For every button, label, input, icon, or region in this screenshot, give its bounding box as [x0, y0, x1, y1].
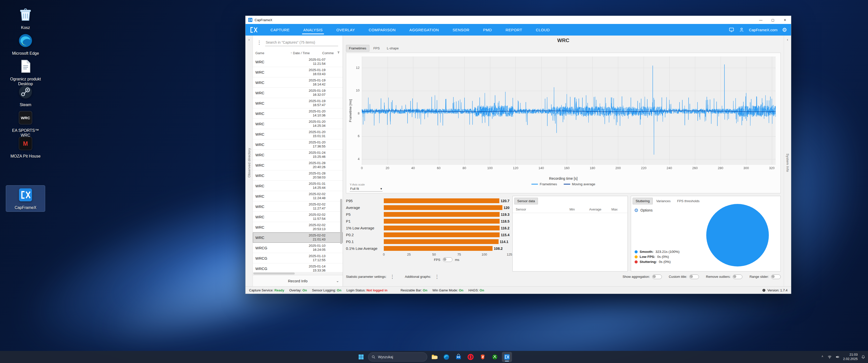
- wifi-icon[interactable]: [827, 355, 832, 359]
- desktop-icon-edge[interactable]: Microsoft Edge: [6, 31, 45, 57]
- capture-list-item[interactable]: WRC2025-01-2820:58:03: [253, 170, 343, 181]
- capture-list-item[interactable]: WRCG2025-01-1317:12:55: [253, 253, 343, 263]
- tab-sensor-data[interactable]: Sensor data: [514, 198, 538, 204]
- toggle-switch[interactable]: [733, 274, 742, 279]
- taskbar-icon-brave[interactable]: [478, 352, 488, 362]
- sort-ascending-icon[interactable]: ↑: [290, 51, 292, 55]
- column-comment[interactable]: Comme: [322, 51, 337, 55]
- yaxis-scale-value: Full fit: [350, 187, 359, 191]
- capture-list-item[interactable]: WRC2025-02-0211:24:48: [253, 191, 343, 201]
- taskbar-icon-capframex[interactable]: [502, 352, 512, 362]
- capture-list-item[interactable]: WRC2025-01-2014:25:34: [253, 119, 343, 129]
- toggle-switch[interactable]: [652, 274, 662, 279]
- additional-graphs-dots-icon[interactable]: ⋮: [433, 274, 441, 279]
- hidden-icons-chevron-icon[interactable]: ＾: [820, 355, 824, 359]
- tab-fps-thresholds[interactable]: FPS thresholds: [674, 198, 703, 204]
- tab-frametimes[interactable]: Frametimes: [346, 45, 369, 52]
- tab-fps[interactable]: FPS: [370, 45, 383, 52]
- capture-list-item[interactable]: WRC2025-01-2014:10:36: [253, 108, 343, 119]
- taskbar-icon-opera[interactable]: [466, 352, 476, 362]
- expand-directory-chevron-icon[interactable]: ›: [249, 38, 250, 41]
- volume-icon[interactable]: [835, 355, 840, 359]
- desktop-icon-recycle-bin[interactable]: Kosz: [6, 5, 45, 32]
- context-menu-dots-icon[interactable]: ⋮: [255, 40, 263, 45]
- column-filter-icon[interactable]: [337, 51, 340, 55]
- capture-datetime: 2025-02-0211:24:48: [299, 192, 326, 200]
- yaxis-scale-select[interactable]: Full fit ▾: [350, 186, 382, 192]
- notification-bell-icon[interactable]: [861, 355, 866, 359]
- minimize-button[interactable]: —: [755, 16, 767, 24]
- tab-l-shape[interactable]: L-shape: [384, 45, 402, 52]
- menu-item-capture[interactable]: CAPTURE: [264, 24, 297, 36]
- titlebar[interactable]: CapFrameX — ▢ ✕: [246, 16, 791, 24]
- bar-area: 120: [384, 205, 509, 210]
- menu-item-overlay[interactable]: OVERLAY: [330, 24, 362, 36]
- capframex-website-link[interactable]: CapFrameX.com: [749, 28, 777, 32]
- menu-item-comparison[interactable]: COMPARISON: [362, 24, 402, 36]
- taskbar-search[interactable]: Wyszukaj: [368, 353, 427, 362]
- desktop-icon-capframex[interactable]: CapFrameX: [6, 186, 45, 211]
- status-value: On: [423, 288, 428, 292]
- horizontal-scrollbar[interactable]: [253, 272, 343, 275]
- fps-percentile-bar-chart: P95120.7Average120P5119.3P1118.51% Low A…: [346, 196, 509, 271]
- menu-item-sensor[interactable]: SENSOR: [445, 24, 476, 36]
- search-input[interactable]: [265, 39, 338, 46]
- capture-list-item[interactable]: WRC2025-01-0711:21:54: [253, 57, 343, 67]
- capture-list-item[interactable]: WRC2025-02-0221:01:43: [253, 232, 343, 243]
- fps-ms-toggle[interactable]: [443, 257, 453, 262]
- capture-list-item[interactable]: WRC2025-02-0211:57:54: [253, 212, 343, 222]
- taskbar-icon-xbox[interactable]: [490, 352, 500, 362]
- expand-system-info-chevron-icon[interactable]: ‹: [787, 38, 788, 41]
- column-datetime[interactable]: Date / Time: [293, 51, 320, 55]
- maximize-button[interactable]: ▢: [767, 16, 779, 24]
- overlay-monitor-icon[interactable]: [729, 27, 734, 33]
- capture-list-item[interactable]: WRC2025-01-1916:14:42: [253, 77, 343, 88]
- tab-variances[interactable]: Variances: [653, 198, 674, 204]
- vertical-scrollbar[interactable]: [340, 199, 342, 244]
- frametime-chart-canvas[interactable]: [346, 53, 780, 173]
- toggle-knob: [733, 275, 736, 278]
- capture-list-item[interactable]: WRC2025-01-3114:25:44: [253, 181, 343, 191]
- capture-list-item[interactable]: WRC2025-01-2415:25:46: [253, 150, 343, 160]
- taskbar-icon-edge[interactable]: [441, 352, 452, 362]
- capture-list-item[interactable]: WRC2025-02-0220:53:13: [253, 222, 343, 232]
- menu-item-analysis[interactable]: ANALYSIS: [297, 24, 330, 36]
- menu-item-pmd[interactable]: PMD: [476, 24, 499, 36]
- status-capture-service: Capture Service: Ready: [249, 288, 284, 292]
- capture-date: 2025-01-20: [299, 130, 326, 134]
- statistic-settings-dots-icon[interactable]: ⋮: [388, 274, 396, 279]
- capture-list-item[interactable]: WRCG2025-01-1415:33:36: [253, 263, 343, 272]
- column-game[interactable]: Game: [255, 51, 290, 55]
- desktop-icon-moza[interactable]: MMOZA Pit House: [6, 134, 45, 160]
- record-info-expander[interactable]: Record Info ⌄: [253, 275, 343, 286]
- options-gear-icon[interactable]: ⚙: [634, 207, 639, 213]
- menu-item-report[interactable]: REPORT: [499, 24, 529, 36]
- status-value: On: [337, 288, 341, 292]
- capture-list-item[interactable]: WRCG2025-01-1016:24:05: [253, 243, 343, 253]
- toggle-switch[interactable]: [689, 274, 699, 279]
- start-button[interactable]: [356, 352, 366, 362]
- bar-category-label: P95: [346, 199, 384, 203]
- taskbar-icon-microsoft-store[interactable]: [454, 352, 464, 362]
- capture-list-item[interactable]: WRC2025-01-2017:36:55: [253, 139, 343, 150]
- capture-game-name: WRC: [255, 91, 299, 95]
- tab-stuttering[interactable]: Stuttering: [632, 198, 653, 204]
- capture-list-item[interactable]: WRC2025-01-1916:03:43: [253, 67, 343, 77]
- capture-list-item[interactable]: WRC2025-02-0211:27:47: [253, 201, 343, 212]
- capture-list-item[interactable]: WRC2025-01-2015:01:31: [253, 129, 343, 139]
- capture-list-item[interactable]: WRC2025-01-1916:57:47: [253, 98, 343, 108]
- menu-item-aggregation[interactable]: AGGREGATION: [402, 24, 445, 36]
- close-button[interactable]: ✕: [779, 16, 791, 24]
- capture-time: 15:33:36: [299, 268, 326, 272]
- bar-category-label: 0.1% Low Average: [346, 246, 384, 251]
- toggle-label: Show aggregation:: [622, 275, 650, 278]
- taskbar-clock[interactable]: 21:03 2.02.2025: [843, 353, 858, 361]
- login-icon[interactable]: [739, 27, 744, 33]
- capture-list-item[interactable]: WRC2025-01-1916:32:07: [253, 88, 343, 98]
- desktop-icon-steam[interactable]: Steam: [6, 83, 45, 109]
- menu-item-cloud[interactable]: CLOUD: [529, 24, 557, 36]
- settings-gear-icon[interactable]: ⚙: [782, 27, 787, 33]
- capture-list-item[interactable]: WRC2025-01-2820:40:26: [253, 160, 343, 170]
- taskbar-icon-file-explorer[interactable]: [429, 352, 439, 362]
- toggle-switch[interactable]: [771, 274, 781, 279]
